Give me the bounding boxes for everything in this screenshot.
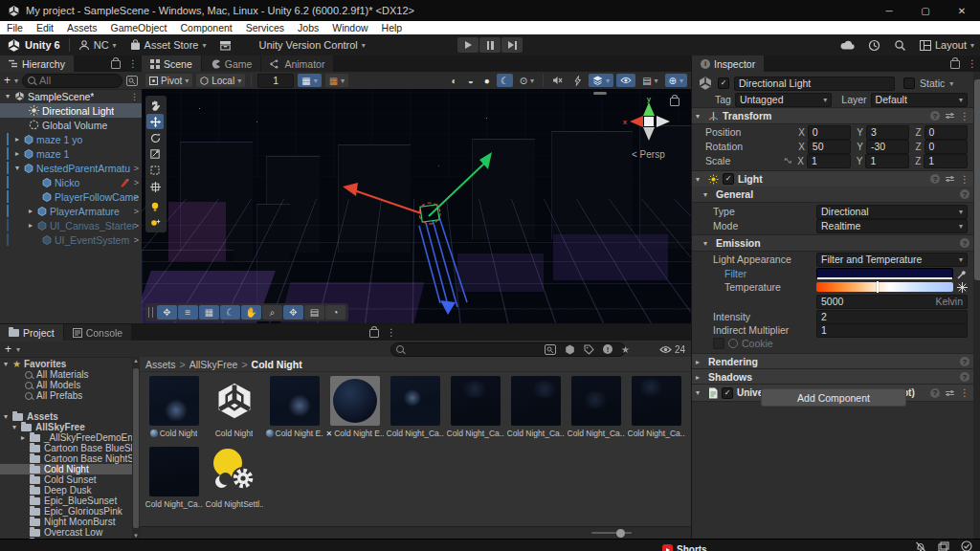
favorite-all-prefabs[interactable]: All Prefabs — [0, 390, 132, 401]
search-window-icon[interactable] — [545, 344, 556, 355]
foldout-icon[interactable]: ▾ — [703, 190, 712, 199]
directional-light-gizmo[interactable] — [333, 144, 544, 323]
help-icon[interactable]: ? — [960, 189, 969, 199]
scene-visibility-button[interactable] — [616, 74, 635, 87]
kebab-menu-icon[interactable]: ⋮ — [130, 92, 139, 101]
type-filter-icon[interactable] — [565, 344, 575, 355]
preset-icon[interactable] — [946, 114, 954, 118]
general-header[interactable]: ▾ General ? — [692, 187, 973, 203]
overlays-dropdown-button[interactable]: ▾ — [589, 74, 613, 87]
account-button[interactable]: NC ▾ — [72, 34, 123, 55]
skybox-button[interactable]: ☾ — [220, 305, 240, 320]
menu-jobs[interactable]: Jobs — [291, 22, 325, 33]
lock-icon[interactable] — [670, 95, 679, 106]
foldout-icon[interactable]: ▾ — [15, 164, 24, 172]
asset-tile-selected[interactable]: ✕Cold Night E... — [328, 376, 381, 438]
gameobject-name-field[interactable]: Directional Light — [734, 77, 895, 91]
position-x-field[interactable]: 0 — [808, 125, 851, 140]
eye-icon[interactable] — [659, 345, 672, 354]
inspector-scrollbar[interactable] — [973, 72, 980, 539]
hierarchy-item-nested-parent-armature[interactable]: ▾ NestedParentArmatu > — [0, 161, 142, 175]
menu-component[interactable]: Component — [173, 22, 238, 33]
grid-snap-toggle[interactable]: ▦ ▾ — [298, 74, 321, 87]
hierarchy-item-nicko[interactable]: Nicko > — [0, 175, 142, 189]
breadcrumb-cold-night[interactable]: Cold Night — [252, 359, 302, 370]
rect-tool[interactable] — [146, 163, 164, 178]
light-settings-tool[interactable] — [146, 215, 164, 231]
minimize-button[interactable]: ─ — [871, 0, 907, 21]
move-overlay-button[interactable]: ✥ — [283, 305, 303, 320]
version-control-button[interactable]: Unity Version Control ▾ — [252, 34, 371, 55]
folder-cartoon-base-bluesky[interactable]: Cartoon Base BlueSky — [0, 443, 132, 453]
tab-project[interactable]: Project — [0, 324, 63, 341]
folder-cold-night[interactable]: Cold Night — [0, 464, 132, 474]
perspective-label[interactable]: < Persp — [632, 149, 665, 160]
hand-view-button[interactable]: ✋ — [241, 305, 261, 320]
status-check-icon[interactable] — [961, 540, 972, 551]
active-checkbox[interactable]: ✓ — [718, 77, 729, 89]
kebab-menu-icon[interactable]: ⋮ — [960, 387, 969, 398]
menu-gameobject[interactable]: GameObject — [104, 22, 174, 33]
kebab-menu-icon[interactable]: ⋮ — [960, 174, 969, 185]
prefab-open-chevron[interactable]: > — [134, 235, 139, 245]
prefab-open-chevron[interactable]: > — [134, 192, 139, 202]
hierarchy-item-player-follow-camera[interactable]: PlayerFollowCame > — [0, 189, 142, 204]
add-component-button[interactable]: Add Component — [761, 388, 906, 407]
favorites-filter-icon[interactable]: ★ — [621, 344, 630, 355]
scroll-up-arrow[interactable]: ▲ — [133, 358, 139, 364]
scale-y-field[interactable]: 1 — [865, 154, 909, 168]
asset-tile[interactable]: Cold Night E... — [268, 376, 321, 438]
maximize-button[interactable]: ▢ — [907, 0, 944, 21]
folder-allskyfree[interactable]: ▾AllSkyFree — [0, 422, 132, 432]
snap-increment-toggle[interactable]: ▦ ▾ — [325, 74, 348, 87]
asset-tile[interactable]: Cold Night_Ca... — [449, 376, 501, 438]
chevron-down-icon[interactable]: ▾ — [949, 79, 953, 88]
folder-night-moonburst[interactable]: Night MoonBurst — [0, 517, 132, 527]
favorites-root[interactable]: ▾ ★ Favorites — [0, 359, 132, 369]
foldout-icon[interactable]: ▸ — [15, 135, 24, 143]
asset-tile[interactable]: Cold Night_Ca... — [569, 376, 622, 438]
tab-hierarchy[interactable]: Hierarchy — [0, 55, 74, 72]
indirect-multiplier-field[interactable]: 1 — [816, 323, 968, 338]
tab-scene[interactable]: Scene — [142, 55, 201, 72]
menu-file[interactable]: File — [0, 22, 30, 33]
asset-tile[interactable]: Cold Night_Ca... — [630, 376, 682, 438]
asset-tile[interactable]: Cold Night_Ca... — [389, 376, 441, 438]
label-filter-icon[interactable] — [584, 344, 594, 355]
audio-mute-button[interactable] — [548, 74, 567, 87]
kebab-menu-icon[interactable]: ⋮ — [128, 58, 138, 69]
grid-size-field[interactable]: 1 — [257, 74, 294, 88]
foldout-icon[interactable]: ▾ — [703, 239, 712, 248]
folder-overcast-low[interactable]: Overcast Low — [0, 527, 132, 538]
preset-icon[interactable] — [946, 391, 954, 395]
foldout-icon[interactable]: ▾ — [696, 112, 704, 121]
foldout-icon[interactable]: ▾ — [6, 92, 14, 100]
help-icon[interactable]: ? — [930, 388, 940, 398]
prefab-open-chevron[interactable]: > — [134, 221, 139, 231]
preset-icon[interactable] — [946, 177, 954, 181]
help-icon[interactable]: ? — [930, 174, 940, 184]
hierarchy-item-global-volume[interactable]: Global Volume — [0, 118, 142, 132]
scale-z-field[interactable]: 1 — [924, 154, 968, 168]
static-checkbox[interactable] — [903, 77, 915, 89]
foldout-icon[interactable]: ▸ — [696, 358, 704, 366]
temperature-slider-handle[interactable] — [877, 281, 879, 293]
lock-icon[interactable] — [950, 60, 960, 69]
effects-mute-button[interactable] — [569, 74, 586, 87]
hand-tool[interactable] — [146, 98, 164, 113]
transform-tool[interactable] — [146, 179, 164, 194]
compass-overlay-button[interactable]: ◔ — [325, 305, 345, 320]
draw-mode-button[interactable]: ◐ — [448, 74, 461, 87]
cookie-checkbox[interactable] — [713, 338, 724, 349]
kebab-menu-icon[interactable]: ⋮ — [968, 58, 977, 69]
prefab-open-chevron[interactable]: > — [134, 164, 139, 173]
layer-dropdown[interactable]: Default▾ — [871, 93, 968, 107]
hierarchy-item-maze-1-yo[interactable]: ▸ maze 1 yo — [0, 132, 142, 146]
info-filter-icon[interactable]: ! — [603, 344, 612, 354]
light-mode-dropdown[interactable]: Realtime▾ — [816, 219, 968, 233]
temperature-field[interactable]: 5000 Kelvin — [816, 295, 968, 309]
hierarchy-item-ui-canvas-starter[interactable]: ▸ UI_Canvas_Starter > — [0, 218, 142, 232]
tab-inspector[interactable]: i Inspector — [692, 55, 764, 72]
emission-header[interactable]: ▾ Emission ? — [692, 234, 973, 252]
temperature-slider[interactable] — [816, 282, 953, 292]
